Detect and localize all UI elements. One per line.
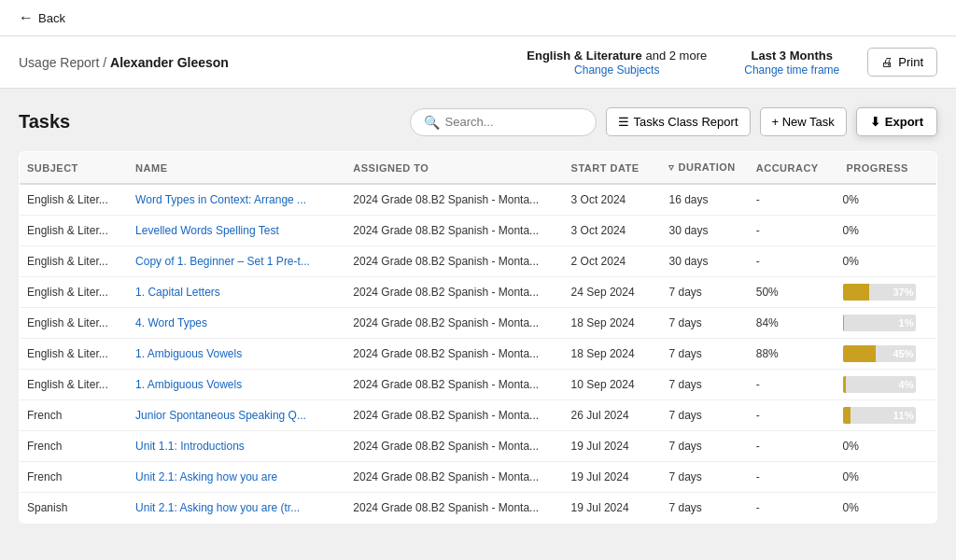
search-input[interactable]: [445, 115, 576, 129]
cell-duration: 7 days: [661, 339, 748, 370]
table-row: English & Liter...1. Capital Letters2024…: [20, 277, 937, 308]
task-name-link[interactable]: Copy of 1. Beginner – Set 1 Pre-t...: [135, 255, 310, 268]
cell-progress: 4%: [839, 370, 937, 400]
progress-zero-label: 0%: [839, 246, 937, 277]
progress-zero-label: 0%: [839, 493, 937, 524]
cell-subject: English & Liter...: [20, 370, 129, 400]
task-name-link[interactable]: Junior Spontaneous Speaking Q...: [135, 409, 306, 422]
cell-name[interactable]: Word Types in Context: Arrange ...: [128, 184, 345, 216]
task-name-link[interactable]: 4. Word Types: [135, 316, 207, 329]
col-header-name: NAME: [128, 152, 345, 185]
task-name-link[interactable]: Unit 2.1: Asking how you are: [135, 470, 277, 483]
cell-assigned: 2024 Grade 08.B2 Spanish - Monta...: [345, 431, 563, 462]
task-name-link[interactable]: 1. Capital Letters: [135, 286, 220, 299]
student-name: Alexander Gleeson: [110, 55, 229, 70]
task-name-link[interactable]: Unit 2.1: Asking how you are (tr...: [135, 501, 300, 514]
tasks-table: SUBJECT NAME ASSIGNED TO START DATE ▿ DU…: [19, 151, 937, 524]
task-name-link[interactable]: Word Types in Context: Arrange ...: [135, 193, 306, 206]
change-subjects-link[interactable]: Change Subjects: [574, 63, 659, 77]
class-report-icon: ☰: [618, 115, 629, 129]
cell-name[interactable]: Unit 2.1: Asking how you are: [128, 462, 345, 493]
table-row: English & Liter...Levelled Words Spellin…: [20, 216, 937, 246]
cell-name[interactable]: Junior Spontaneous Speaking Q...: [128, 400, 345, 431]
task-name-link[interactable]: 1. Ambiguous Vowels: [135, 347, 242, 360]
cell-duration: 7 days: [661, 400, 748, 431]
cell-start-date: 10 Sep 2024: [564, 370, 662, 400]
print-icon: 🖨: [881, 55, 893, 69]
cell-accuracy: 84%: [749, 308, 839, 339]
print-button[interactable]: 🖨 Print: [867, 48, 937, 77]
class-report-label: Tasks Class Report: [634, 115, 738, 129]
cell-subject: English & Liter...: [20, 277, 129, 308]
progress-zero-label: 0%: [839, 216, 937, 246]
progress-wrapper: 45%: [843, 345, 916, 362]
col-header-progress: PROGRESS: [839, 152, 937, 185]
header-bar: Usage Report / Alexander Gleeson English…: [0, 36, 956, 89]
change-timeframe-link[interactable]: Change time frame: [744, 63, 839, 77]
cell-duration: 30 days: [661, 246, 748, 277]
subjects-info: English & Literature and 2 more Change S…: [527, 49, 707, 77]
progress-zero-label: 0%: [839, 184, 937, 216]
col-header-subject: SUBJECT: [20, 152, 129, 185]
table-row: FrenchJunior Spontaneous Speaking Q...20…: [20, 400, 937, 431]
subject-bold: English & Literature: [527, 49, 642, 63]
cell-name[interactable]: Levelled Words Spelling Test: [128, 216, 345, 246]
table-row: FrenchUnit 2.1: Asking how you are2024 G…: [20, 462, 937, 493]
top-navigation: ← Back: [0, 0, 956, 36]
cell-assigned: 2024 Grade 08.B2 Spanish - Monta...: [345, 400, 563, 431]
tasks-title: Tasks: [19, 111, 401, 133]
cell-accuracy: -: [749, 431, 839, 462]
progress-zero-label: 0%: [839, 462, 937, 493]
back-arrow-icon: ←: [19, 9, 34, 26]
cell-name[interactable]: Unit 1.1: Introductions: [128, 431, 345, 462]
table-row: English & Liter...1. Ambiguous Vowels202…: [20, 339, 937, 370]
cell-accuracy: -: [749, 216, 839, 246]
back-label: Back: [38, 11, 65, 25]
cell-name[interactable]: 1. Capital Letters: [128, 277, 345, 308]
task-name-link[interactable]: Unit 1.1: Introductions: [135, 440, 245, 453]
timeframe-label: Last 3 Months: [752, 49, 833, 63]
cell-duration: 30 days: [661, 216, 748, 246]
cell-assigned: 2024 Grade 08.B2 Spanish - Monta...: [345, 184, 563, 216]
cell-name[interactable]: 1. Ambiguous Vowels: [128, 339, 345, 370]
cell-subject: English & Liter...: [20, 308, 129, 339]
export-label: Export: [885, 115, 923, 129]
cell-assigned: 2024 Grade 08.B2 Spanish - Monta...: [345, 462, 563, 493]
cell-duration: 7 days: [661, 462, 748, 493]
col-header-date: START DATE: [564, 152, 662, 185]
cell-start-date: 18 Sep 2024: [564, 308, 662, 339]
progress-wrapper: 11%: [843, 407, 916, 424]
task-name-link[interactable]: 1. Ambiguous Vowels: [135, 378, 242, 391]
subject-rest: and 2 more: [645, 49, 707, 63]
export-icon: ⬇: [870, 115, 880, 129]
col-header-duration[interactable]: ▿ DURATION: [661, 152, 748, 185]
class-report-button[interactable]: ☰ Tasks Class Report: [606, 107, 751, 136]
cell-name[interactable]: 4. Word Types: [128, 308, 345, 339]
cell-start-date: 2 Oct 2024: [564, 246, 662, 277]
cell-progress: 1%: [839, 308, 937, 339]
new-task-button[interactable]: + New Task: [760, 107, 847, 136]
tasks-toolbar: Tasks 🔍 ☰ Tasks Class Report + New Task …: [19, 107, 937, 136]
print-label: Print: [898, 55, 923, 69]
progress-bar-fill: [843, 376, 846, 393]
cell-name[interactable]: Unit 2.1: Asking how you are (tr...: [128, 493, 345, 524]
table-row: English & Liter...Copy of 1. Beginner – …: [20, 246, 937, 277]
col-header-accuracy: ACCURACY: [749, 152, 839, 185]
cell-start-date: 24 Sep 2024: [564, 277, 662, 308]
back-link[interactable]: ← Back: [19, 9, 65, 26]
cell-duration: 7 days: [661, 431, 748, 462]
cell-name[interactable]: Copy of 1. Beginner – Set 1 Pre-t...: [128, 246, 345, 277]
cell-assigned: 2024 Grade 08.B2 Spanish - Monta...: [345, 216, 563, 246]
progress-bar-label: 37%: [893, 287, 913, 298]
export-button[interactable]: ⬇ Export: [856, 107, 937, 136]
task-name-link[interactable]: Levelled Words Spelling Test: [135, 224, 279, 237]
table-row: English & Liter...4. Word Types2024 Grad…: [20, 308, 937, 339]
cell-assigned: 2024 Grade 08.B2 Spanish - Monta...: [345, 339, 563, 370]
cell-subject: French: [20, 431, 129, 462]
cell-start-date: 18 Sep 2024: [564, 339, 662, 370]
cell-accuracy: -: [749, 370, 839, 400]
search-icon: 🔍: [424, 115, 440, 130]
cell-subject: English & Liter...: [20, 216, 129, 246]
table-header: SUBJECT NAME ASSIGNED TO START DATE ▿ DU…: [20, 152, 937, 185]
cell-name[interactable]: 1. Ambiguous Vowels: [128, 370, 345, 400]
